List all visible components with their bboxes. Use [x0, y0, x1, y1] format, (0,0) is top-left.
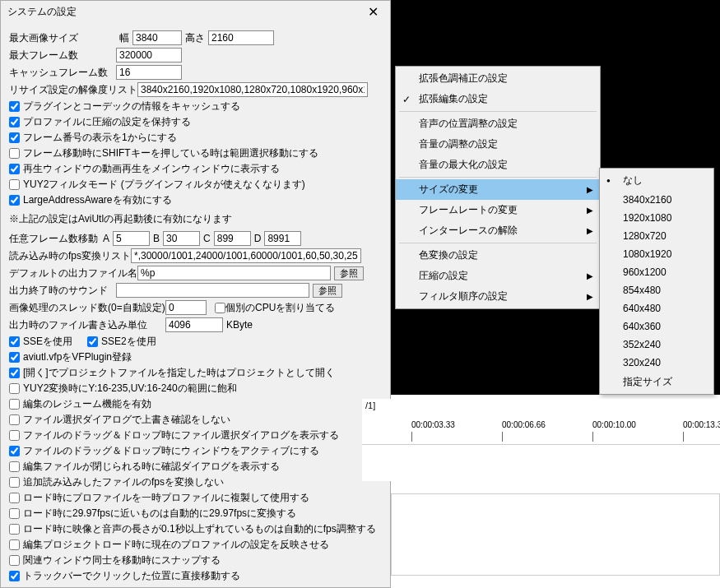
option2-checkbox[interactable] [9, 461, 20, 472]
menu-item[interactable]: 色変換の設定 [396, 245, 600, 266]
option2-row: YUY2変換時にY:16-235,UV:16-240の範囲に飽和 [9, 382, 382, 396]
option2-row: ファイルのドラッグ＆ドロップ時にファイル選択ダイアログを表示する [9, 428, 382, 442]
threads-input[interactable] [165, 300, 207, 315]
submenu-item[interactable]: 960x1200 [600, 263, 713, 281]
menu-item[interactable]: 音声の位置調整の設定 [396, 113, 600, 134]
submenu-item[interactable]: 352x240 [600, 336, 713, 354]
menu-item[interactable]: 音量の調整の設定 [396, 134, 600, 155]
submenu-item[interactable]: 1280x720 [600, 227, 713, 245]
resize-list-input[interactable] [137, 82, 368, 97]
option2-checkbox[interactable] [9, 430, 20, 441]
option2-label: aviutl.vfpをVFPlugin登録 [23, 350, 132, 364]
option1-label: YUY2フィルタモード (プラグインフィルタが使えなくなります) [23, 178, 305, 192]
cache-frames-label: キャッシュフレーム数 [9, 66, 116, 80]
submenu-item[interactable]: 640x360 [600, 317, 713, 336]
option1-checkbox[interactable] [9, 195, 20, 206]
system-settings-dialog: システムの設定 ✕ 最大画像サイズ 幅 高さ 最大フレーム数 キャッシュフレーム… [0, 0, 391, 588]
option2-row: [開く]でプロジェクトファイルを指定した時はプロジェクトとして開く [9, 366, 382, 380]
option2-checkbox[interactable] [9, 352, 20, 363]
close-icon[interactable]: ✕ [363, 4, 383, 20]
menu-item[interactable]: 拡張色調補正の設定 [396, 68, 600, 89]
submenu-item[interactable]: なし [600, 170, 713, 191]
submenu-item[interactable]: 1920x1080 [600, 209, 713, 227]
write-unit-input[interactable] [165, 317, 223, 332]
submenu-item-label: 1280x720 [623, 230, 667, 242]
option2-checkbox[interactable] [9, 383, 20, 394]
bottom-panel [391, 493, 720, 576]
menu-item-label: 音声の位置調整の設定 [419, 117, 518, 131]
size-submenu[interactable]: なし3840x21601920x10801280x7201080x1920960… [599, 168, 714, 395]
option2-row: 編集のレジューム機能を有効 [9, 397, 382, 411]
menu-item[interactable]: サイズの変更▶ [396, 179, 600, 200]
submenu-item[interactable]: 3840x2160 [600, 191, 713, 209]
option2-checkbox[interactable] [9, 508, 20, 519]
menu-item-label: インターレースの解除 [419, 224, 518, 238]
submenu-item[interactable]: 1080x1920 [600, 245, 713, 263]
menu-item[interactable]: フレームレートの変更▶ [396, 200, 600, 220]
option1-checkbox[interactable] [9, 148, 20, 159]
option2-checkbox[interactable] [9, 368, 20, 378]
option2-label: ロード時にプロファイルを一時プロファイルに複製して使用する [23, 491, 309, 505]
option1-checkbox[interactable] [9, 101, 20, 112]
option2-row: 編集ファイルが閉じられる時に確認ダイアログを表示する [9, 460, 382, 474]
submenu-item[interactable]: 854x480 [600, 281, 713, 299]
end-sound-input[interactable] [116, 283, 309, 298]
option2-checkbox[interactable] [9, 571, 20, 581]
menu-item[interactable]: 拡張編集の設定 [396, 89, 600, 109]
option2-checkbox[interactable] [9, 477, 20, 488]
default-out-browse-button[interactable]: 参照 [334, 266, 364, 280]
menu-item[interactable]: 圧縮の設定▶ [396, 266, 600, 286]
option2-checkbox[interactable] [9, 555, 20, 566]
context-menu[interactable]: 拡張色調補正の設定拡張編集の設定音声の位置調整の設定音量の調整の設定音量の最大化… [395, 66, 601, 309]
frame-b-input[interactable] [163, 231, 200, 246]
timeline-ruler[interactable]: 00:00:03.3300:00:06.6600:00:10.0000:00:1… [362, 420, 720, 445]
end-sound-label: 出力終了時のサウンド [9, 284, 116, 298]
cache-frames-input[interactable] [116, 65, 182, 80]
menu-item-label: 色変換の設定 [419, 248, 478, 262]
option1-checkbox[interactable] [9, 132, 20, 143]
height-input[interactable] [208, 30, 274, 45]
submenu-item-label: 640x360 [623, 321, 661, 332]
option2-checkbox[interactable] [9, 446, 20, 456]
option1-row: LargeAddressAwareを有効にする [9, 193, 382, 207]
cpu-assign-checkbox[interactable] [215, 303, 225, 313]
menu-item-label: 拡張編集の設定 [419, 92, 488, 106]
frame-c-input[interactable] [214, 231, 251, 246]
option2-checkbox[interactable] [9, 414, 20, 425]
option2-checkbox[interactable] [9, 539, 20, 550]
option1-checkbox[interactable] [9, 179, 20, 190]
frame-c-label: C [203, 233, 211, 244]
submenu-item[interactable]: 指定サイズ [600, 372, 713, 392]
sse-checkbox[interactable] [9, 336, 20, 347]
sse2-checkbox[interactable] [87, 336, 98, 347]
menu-item[interactable]: インターレースの解除▶ [396, 220, 600, 241]
sse-label: SSEを使用 [23, 335, 72, 349]
submenu-item-label: なし [623, 174, 643, 188]
frame-a-label: A [103, 233, 109, 244]
menu-item[interactable]: フィルタ順序の設定▶ [396, 286, 600, 307]
frame-d-label: D [254, 233, 262, 244]
option2-checkbox[interactable] [9, 524, 20, 535]
max-frames-input[interactable] [116, 48, 182, 63]
option1-label: フレーム番号の表示を1からにする [23, 131, 177, 145]
option2-label: ファイルのドラッグ＆ドロップ時にウィンドウをアクティブにする [23, 444, 319, 458]
frame-d-input[interactable] [264, 231, 301, 246]
option2-checkbox[interactable] [9, 493, 20, 503]
option1-checkbox[interactable] [9, 164, 20, 174]
option2-checkbox[interactable] [9, 399, 20, 410]
max-frames-label: 最大フレーム数 [9, 49, 116, 63]
width-input[interactable] [132, 30, 182, 45]
option2-row: ロード時にプロファイルを一時プロファイルに複製して使用する [9, 491, 382, 505]
submenu-item-label: 854x480 [623, 285, 661, 296]
option2-row: ファイルのドラッグ＆ドロップ時にウィンドウをアクティブにする [9, 444, 382, 458]
option1-checkbox[interactable] [9, 117, 20, 127]
frame-a-input[interactable] [113, 231, 150, 246]
default-out-input[interactable] [137, 266, 331, 280]
fps-list-input[interactable] [131, 248, 361, 263]
submenu-item[interactable]: 320x240 [600, 354, 713, 372]
menu-item-label: 拡張色調補正の設定 [419, 72, 508, 86]
menu-item[interactable]: 音量の最大化の設定 [396, 155, 600, 175]
submenu-item-label: 3840x2160 [623, 194, 671, 206]
end-sound-browse-button[interactable]: 参照 [313, 284, 342, 298]
submenu-item[interactable]: 640x480 [600, 299, 713, 317]
